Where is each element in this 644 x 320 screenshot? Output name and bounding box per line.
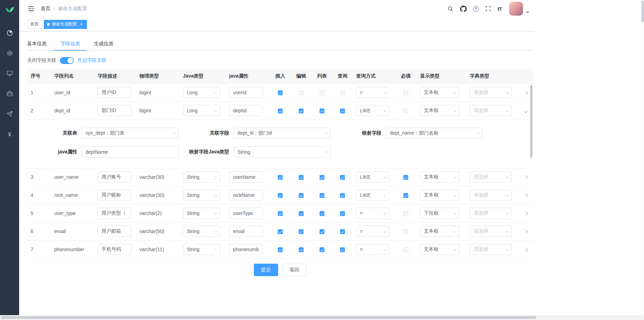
list-checkbox[interactable]	[320, 109, 324, 113]
java-type-select[interactable]: Long	[183, 87, 220, 98]
sidebar-item-monitor[interactable]	[0, 64, 19, 84]
description-input[interactable]	[98, 190, 131, 201]
insert-checkbox[interactable]	[278, 193, 283, 198]
breadcrumb-home[interactable]: 首页	[41, 6, 50, 12]
list-checkbox[interactable]	[320, 193, 324, 198]
edit-checkbox[interactable]	[299, 175, 304, 180]
query-checkbox[interactable]	[340, 247, 345, 252]
java-type-select[interactable]: String	[183, 171, 220, 183]
display-type-select[interactable]: 文本框	[420, 226, 459, 237]
tab-gen-info[interactable]: 生成信息	[87, 37, 120, 51]
list-checkbox[interactable]	[320, 229, 324, 234]
vertical-scrollbar-thumb[interactable]	[642, 1, 644, 22]
query-method-select[interactable]: =	[356, 87, 389, 98]
java-property-input[interactable]	[229, 190, 263, 201]
java-type-select[interactable]: String	[183, 226, 220, 237]
required-checkbox[interactable]	[403, 247, 408, 252]
java-property-input[interactable]	[229, 208, 263, 219]
list-checkbox[interactable]	[320, 247, 324, 252]
dict-type-select[interactable]: 请选择	[470, 87, 512, 98]
description-input[interactable]	[98, 226, 131, 237]
display-type-select[interactable]: 文本框	[420, 244, 459, 255]
tag-current[interactable]: 修改生成配置 ×	[44, 20, 87, 29]
submit-button[interactable]: 提交	[254, 264, 278, 276]
query-method-select[interactable]: =	[356, 244, 389, 255]
sidebar-item-dashboard[interactable]	[0, 24, 19, 44]
expand-arrow-icon[interactable]	[524, 248, 528, 251]
query-checkbox[interactable]	[340, 229, 345, 234]
description-input[interactable]	[98, 244, 131, 255]
sidebar-item-pay[interactable]: ¥	[0, 125, 19, 145]
java-property-input[interactable]	[229, 244, 263, 255]
required-checkbox[interactable]	[403, 109, 408, 113]
edit-checkbox[interactable]	[299, 90, 304, 95]
tab-basic-info[interactable]: 基本信息	[27, 37, 54, 51]
insert-checkbox[interactable]	[278, 109, 283, 113]
required-checkbox[interactable]	[403, 90, 408, 95]
dict-type-select[interactable]: 请选择	[470, 208, 512, 219]
expand-arrow-icon[interactable]	[524, 175, 528, 179]
list-checkbox[interactable]	[320, 175, 324, 180]
mapping-field-select[interactable]: dept_name：部门名称	[386, 128, 483, 139]
table-scrollbar-thumb[interactable]	[530, 85, 532, 158]
tag-close-icon[interactable]: ×	[79, 22, 84, 27]
java-property-input[interactable]	[229, 226, 263, 237]
menu-collapse-icon[interactable]	[24, 5, 38, 12]
window-vertical-scrollbar[interactable]	[641, 0, 644, 315]
expand-arrow-icon[interactable]	[524, 91, 528, 95]
query-method-select[interactable]: LIKE	[356, 190, 389, 201]
java-property-input[interactable]	[229, 87, 263, 98]
dict-type-select[interactable]: 请选择	[470, 171, 512, 183]
java-property-input[interactable]	[229, 105, 263, 116]
query-checkbox[interactable]	[340, 175, 345, 180]
display-type-select[interactable]: 下拉框	[420, 208, 459, 219]
display-type-select[interactable]: 文本框	[420, 171, 459, 183]
required-checkbox[interactable]	[403, 193, 408, 198]
fullscreen-icon[interactable]	[482, 0, 494, 17]
github-icon[interactable]	[457, 0, 470, 17]
help-icon[interactable]: ?	[470, 0, 482, 17]
java-type-select[interactable]: String	[183, 208, 220, 219]
list-checkbox[interactable]	[320, 90, 324, 95]
edit-checkbox[interactable]	[299, 211, 304, 216]
description-input[interactable]	[98, 87, 131, 98]
font-size-icon[interactable]: tT	[494, 0, 505, 17]
query-checkbox[interactable]	[340, 109, 345, 113]
expand-arrow-icon[interactable]	[524, 109, 528, 113]
edit-checkbox[interactable]	[299, 247, 304, 252]
insert-checkbox[interactable]	[278, 90, 283, 95]
search-icon[interactable]	[444, 0, 457, 17]
horizontal-scrollbar-thumb[interactable]	[1, 316, 536, 319]
query-method-select[interactable]: =	[356, 226, 389, 237]
tab-field-info[interactable]: 字段信息	[54, 37, 87, 51]
insert-checkbox[interactable]	[278, 175, 283, 180]
query-method-select[interactable]: LIKE	[356, 171, 389, 183]
query-checkbox[interactable]	[340, 90, 345, 95]
edit-checkbox[interactable]	[299, 193, 304, 198]
query-checkbox[interactable]	[340, 193, 345, 198]
sub-java-property-input[interactable]	[82, 146, 178, 158]
display-type-select[interactable]: 文本框	[420, 87, 459, 98]
dict-type-select[interactable]: 请选择	[470, 190, 512, 201]
edit-checkbox[interactable]	[299, 109, 304, 113]
required-checkbox[interactable]	[403, 211, 408, 216]
dict-type-select[interactable]: 请选择	[470, 226, 512, 237]
insert-checkbox[interactable]	[278, 211, 283, 216]
user-menu[interactable]	[509, 2, 531, 16]
field-association-switch[interactable]	[60, 57, 74, 64]
tag-home[interactable]: 首页	[27, 20, 42, 29]
back-button[interactable]: 返回	[282, 264, 307, 276]
query-method-select[interactable]: =	[356, 208, 389, 219]
java-type-select[interactable]: String	[183, 190, 220, 201]
app-logo[interactable]	[0, 0, 19, 18]
dict-type-select[interactable]: 请选择	[470, 105, 512, 116]
edit-checkbox[interactable]	[299, 229, 304, 234]
java-type-select[interactable]: Long	[183, 105, 220, 116]
query-method-select[interactable]: LIKE	[356, 105, 389, 116]
query-checkbox[interactable]	[340, 211, 345, 216]
relation-field-select[interactable]: dept_id：部门id	[234, 128, 330, 139]
avatar[interactable]	[509, 2, 523, 16]
java-type-select[interactable]: String	[183, 244, 220, 255]
required-checkbox[interactable]	[403, 175, 408, 180]
sidebar-item-system[interactable]	[0, 44, 19, 64]
